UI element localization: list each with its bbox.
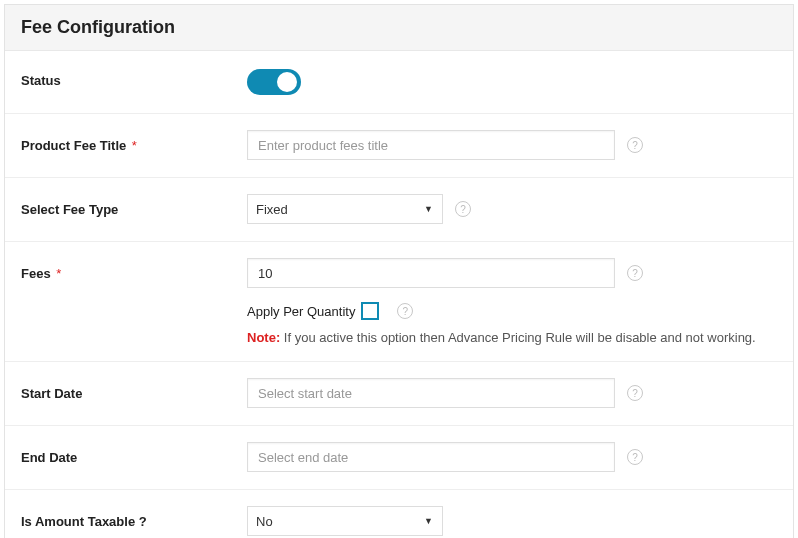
label-fees: Fees * [5,242,229,305]
field-status [229,51,793,113]
help-icon[interactable]: ? [627,385,643,401]
label-product-fee-title: Product Fee Title * [5,114,229,177]
fee-configuration-panel: Fee Configuration Status Product Fee Tit… [4,4,794,538]
status-toggle[interactable] [247,69,301,95]
label-text: Product Fee Title [21,138,126,153]
page-title: Fee Configuration [21,17,777,38]
row-start-date: Start Date ? [5,362,793,426]
apply-per-quantity-checkbox[interactable] [361,302,379,320]
help-icon[interactable]: ? [455,201,471,217]
fees-note: Note: If you active this option then Adv… [247,330,777,345]
help-icon[interactable]: ? [627,449,643,465]
label-status: Status [5,51,229,110]
row-fees: Fees * ? Apply Per Quantity ? Note: If y… [5,242,793,362]
field-fee-type: Fixed ? [229,178,793,240]
field-end-date: ? [229,426,793,488]
row-taxable: Is Amount Taxable ? No [5,490,793,538]
field-start-date: ? [229,362,793,424]
row-end-date: End Date ? [5,426,793,490]
row-product-fee-title: Product Fee Title * ? [5,114,793,178]
field-taxable: No [229,490,793,538]
fees-input[interactable] [247,258,615,288]
note-label: Note: [247,330,280,345]
taxable-select[interactable]: No [247,506,443,536]
label-text: Fees [21,266,51,281]
required-asterisk: * [132,138,137,153]
label-fee-type: Select Fee Type [5,178,229,241]
panel-header: Fee Configuration [5,4,793,51]
product-fee-title-input[interactable] [247,130,615,160]
label-taxable: Is Amount Taxable ? [5,490,229,538]
apply-per-quantity-row: Apply Per Quantity ? [247,302,777,320]
help-icon[interactable]: ? [627,265,643,281]
label-start-date: Start Date [5,362,229,425]
required-asterisk: * [56,266,61,281]
end-date-input[interactable] [247,442,615,472]
help-icon[interactable]: ? [397,303,413,319]
field-product-fee-title: ? [229,114,793,176]
note-text: If you active this option then Advance P… [280,330,756,345]
fee-type-select[interactable]: Fixed [247,194,443,224]
help-icon[interactable]: ? [627,137,643,153]
label-end-date: End Date [5,426,229,489]
start-date-input[interactable] [247,378,615,408]
row-fee-type: Select Fee Type Fixed ? [5,178,793,242]
apply-per-quantity-label: Apply Per Quantity [247,304,355,319]
row-status: Status [5,51,793,114]
toggle-knob [277,72,297,92]
field-fees: ? Apply Per Quantity ? Note: If you acti… [229,242,793,361]
